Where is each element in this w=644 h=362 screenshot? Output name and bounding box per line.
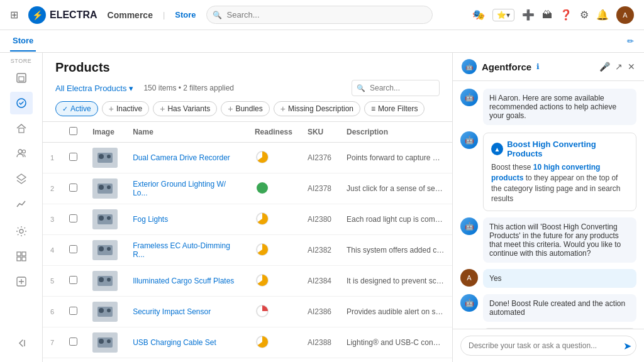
col-description: Description	[339, 122, 452, 143]
row-select-checkbox[interactable]	[69, 307, 77, 315]
notification-icon[interactable]: 🔔	[596, 9, 609, 21]
row-checkbox	[62, 173, 85, 204]
bot-message-2: 🤖 ▲ Boost High Converting Products Boost…	[460, 131, 636, 211]
sidebar-item-analytics[interactable]	[10, 192, 33, 215]
select-all-checkbox[interactable]	[69, 127, 77, 135]
sidebar-item-gear[interactable]	[10, 220, 33, 243]
sub-nav: Store ✏	[0, 30, 644, 53]
sidebar: STORE	[0, 53, 43, 362]
agentforce-input[interactable]	[460, 336, 636, 356]
settings-icon[interactable]: ⚙	[580, 9, 589, 21]
row-desc: Lock/Unlock start your Ni...	[339, 358, 452, 363]
row-checkbox	[62, 143, 85, 173]
star-icon[interactable]: ⭐▾	[492, 9, 514, 21]
agentforce-panel: 🤖 Agentforce ℹ 🎤 ↗ ✕ 🤖 Hi Aaron. Here ar…	[452, 53, 644, 362]
sidebar-item-extension[interactable]	[10, 270, 33, 293]
product-name-link[interactable]: Frameless EC Auto-Dimming R...	[133, 241, 230, 259]
product-thumbnail	[92, 209, 118, 229]
product-name-link[interactable]: Fog Lights	[133, 215, 168, 224]
products-table: Image Name Readiness SKU Description 1	[43, 122, 452, 362]
chip-missing-desc[interactable]: + Missing Description	[274, 101, 360, 116]
row-select-checkbox[interactable]	[69, 153, 77, 161]
chip-more-filters[interactable]: ≡ More Filters	[364, 101, 425, 116]
svg-rect-7	[17, 252, 21, 256]
sidebar-item-grid[interactable]	[10, 245, 33, 268]
sub-nav-store-top[interactable]: Store	[175, 10, 196, 19]
row-desc: Each road light cup is combined with...	[339, 204, 452, 235]
table-row: 6 Security Impact Sensor AI2386 Provides…	[43, 297, 452, 327]
agentforce-info-icon[interactable]: ℹ	[536, 62, 540, 71]
add-icon[interactable]: ➕	[522, 9, 535, 21]
product-name-link[interactable]: Exterior Ground Lighting W/ Lo...	[133, 180, 226, 197]
chip-has-variants[interactable]: + Has Variants	[153, 101, 217, 116]
chip-bundles[interactable]: + Bundles	[221, 101, 270, 116]
readiness-indicator	[255, 242, 270, 257]
row-num: 4	[43, 235, 62, 266]
sidebar-item-layers[interactable]	[10, 167, 33, 190]
chip-active[interactable]: ✓ Active	[55, 101, 98, 116]
row-readiness	[247, 204, 300, 235]
edit-icon[interactable]: ✏	[627, 36, 634, 46]
product-name-link[interactable]: Security Impact Sensor	[133, 307, 211, 316]
global-search-input[interactable]	[206, 6, 433, 24]
row-select-checkbox[interactable]	[69, 337, 77, 346]
product-name-link[interactable]: USB Charging Cable Set	[133, 338, 216, 347]
row-select-checkbox[interactable]	[69, 245, 77, 253]
subnav-store[interactable]: Store	[10, 31, 36, 52]
col-readiness: Readiness	[247, 122, 300, 143]
row-name: Illuminated Cargo Scuff Plates	[125, 266, 247, 297]
plus-icon: +	[109, 104, 114, 114]
svg-rect-3	[19, 128, 24, 133]
svg-point-45	[99, 339, 104, 344]
chevron-down-icon: ▾	[129, 84, 133, 93]
svg-point-25	[99, 216, 104, 221]
close-icon[interactable]: ✕	[628, 62, 635, 72]
sidebar-item-store[interactable]	[10, 67, 33, 89]
svg-point-46	[107, 339, 111, 343]
table-row: 2 Exterior Ground Lighting W/ Lo... AI23…	[43, 173, 452, 204]
row-readiness	[247, 297, 300, 327]
row-num: 5	[43, 266, 62, 297]
expand-icon[interactable]: ↗	[615, 62, 623, 72]
sidebar-item-active[interactable]	[10, 92, 33, 114]
product-thumbnail	[92, 271, 118, 291]
chip-variants-label: Has Variants	[167, 104, 210, 113]
svg-rect-8	[22, 252, 26, 256]
row-checkbox	[62, 235, 85, 266]
mic-icon[interactable]: 🎤	[599, 62, 610, 72]
sidebar-item-home[interactable]	[10, 117, 33, 140]
row-desc: It is designed to prevent scratches at..…	[339, 266, 452, 297]
row-select-checkbox[interactable]	[69, 184, 77, 192]
mountain-icon[interactable]: 🏔	[542, 9, 552, 21]
agentforce-messages: 🤖 Hi Aaron. Here are some available reco…	[453, 81, 644, 329]
svg-point-41	[107, 309, 111, 312]
row-sku: AI2376	[300, 143, 339, 173]
product-name-link[interactable]: Dual Camera Drive Recorder	[133, 153, 230, 162]
avatar[interactable]: A	[616, 6, 634, 24]
row-desc: Just click for a sense of security with.…	[339, 173, 452, 204]
bot-message-1: 🤖 Hi Aaron. Here are some available reco…	[460, 89, 636, 125]
row-select-checkbox[interactable]	[69, 214, 77, 222]
help-icon[interactable]: ❓	[560, 9, 572, 21]
table-row: 4 Frameless EC Auto-Dimming R... AI2382 …	[43, 235, 452, 266]
bot-avatar-2: 🤖	[460, 131, 478, 149]
filter-dropdown[interactable]: All Electra Products ▾	[55, 84, 133, 93]
product-thumbnail	[92, 302, 118, 322]
filter-label-text: All Electra Products	[55, 84, 126, 93]
row-select-checkbox[interactable]	[69, 276, 77, 284]
bot-bubble-1: Hi Aaron. Here are some available recomm…	[483, 89, 636, 125]
emoji-icon[interactable]: 🎭	[472, 9, 485, 21]
send-button[interactable]: ➤	[623, 340, 631, 352]
product-name-link[interactable]: Illuminated Cargo Scuff Plates	[133, 277, 234, 285]
sidebar-collapse[interactable]	[10, 332, 33, 354]
row-sku: AI2378	[300, 173, 339, 204]
app-name[interactable]: Commerce	[108, 10, 153, 20]
row-desc: Provides audible alert on start-up if a.…	[339, 297, 452, 327]
svg-point-35	[99, 277, 104, 282]
app-switcher-icon[interactable]: ⊞	[10, 9, 18, 21]
logo-text: ELECTRA	[50, 9, 97, 21]
chip-inactive[interactable]: + Inactive	[102, 101, 150, 116]
product-thumbnail	[92, 332, 118, 353]
row-desc: Points forward to capture what is in f..…	[339, 143, 452, 173]
sidebar-item-users[interactable]	[10, 142, 33, 165]
